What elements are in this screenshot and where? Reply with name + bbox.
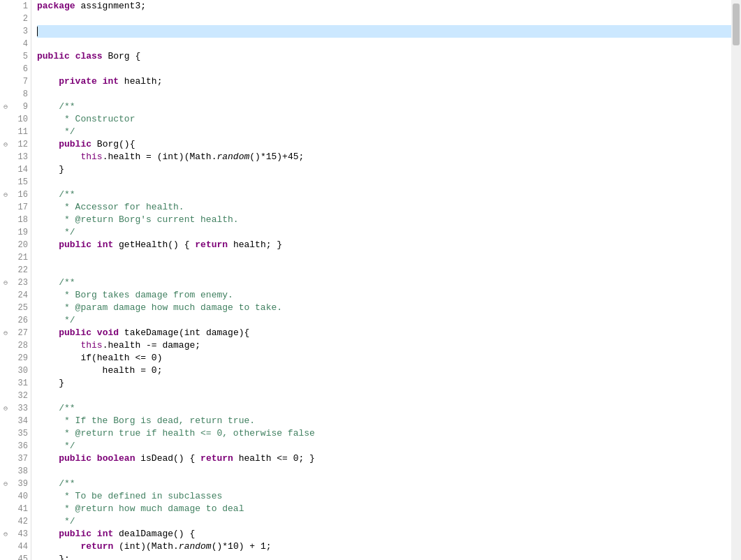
token: void <box>97 327 119 339</box>
line-number-3: 3 <box>0 25 31 38</box>
code-line-13: this.health = (int)(Math.random()*15)+45… <box>37 151 731 163</box>
code-line-23: /** <box>37 277 731 289</box>
code-line-5: public class Borg { <box>37 50 731 63</box>
token <box>37 339 80 352</box>
fold-icon-39[interactable]: ⊖ <box>1 480 10 488</box>
line-num-text-7: 7 <box>23 77 28 87</box>
line-num-text-19: 19 <box>18 228 28 237</box>
token <box>37 503 64 515</box>
token <box>37 289 64 302</box>
line-number-26: 26 <box>0 314 31 327</box>
code-line-1: package assignment3; <box>37 0 731 13</box>
scrollbar-thumb[interactable] <box>733 3 740 45</box>
code-line-10: * Constructor <box>37 113 731 126</box>
fold-icon-43[interactable]: ⊖ <box>1 530 10 538</box>
line-number-40: 40 <box>0 490 31 503</box>
code-line-37: public boolean isDead() { return health … <box>37 452 731 465</box>
token: return <box>200 452 233 465</box>
code-line-40: * To be defined in subclasses <box>37 490 731 503</box>
code-line-18: * @return Borg's current health. <box>37 214 731 226</box>
line-num-text-42: 42 <box>18 517 28 526</box>
line-number-30: 30 <box>0 364 31 377</box>
code-line-8 <box>37 88 731 101</box>
token: ()*10) + 1; <box>212 540 272 553</box>
line-num-text-21: 21 <box>18 253 28 263</box>
token: * To be defined in subclasses <box>64 490 222 503</box>
line-number-24: 24 <box>0 289 31 302</box>
token: */ <box>64 226 75 239</box>
line-number-1: 1 <box>0 0 31 13</box>
fold-icon-23[interactable]: ⊖ <box>1 279 10 287</box>
token <box>37 415 64 427</box>
code-line-11: */ <box>37 126 731 138</box>
token: */ <box>64 515 75 528</box>
token <box>37 151 80 163</box>
line-number-41: 41 <box>0 503 31 515</box>
line-number-42: 42 <box>0 515 31 528</box>
line-num-text-18: 18 <box>18 215 28 225</box>
fold-icon-27[interactable]: ⊖ <box>1 329 10 337</box>
code-line-14: } <box>37 163 731 176</box>
code-line-42: */ <box>37 515 731 528</box>
line-num-text-14: 14 <box>18 165 28 175</box>
token: assignment3; <box>75 0 146 13</box>
token: * Borg takes damage from enemy. <box>64 289 233 302</box>
line-num-text-16: 16 <box>18 190 28 200</box>
code-line-21 <box>37 251 731 264</box>
line-number-37: 37 <box>0 452 31 465</box>
line-num-text-26: 26 <box>18 316 28 325</box>
line-num-text-36: 36 <box>18 441 28 451</box>
line-number-16: ⊖16 <box>0 189 31 201</box>
token <box>37 515 64 528</box>
token <box>37 528 59 540</box>
token <box>37 327 59 339</box>
token: public <box>37 50 70 63</box>
line-num-text-25: 25 <box>18 303 28 313</box>
line-num-text-29: 29 <box>18 353 28 363</box>
fold-icon-33[interactable]: ⊖ <box>1 404 10 413</box>
line-number-27: ⊖27 <box>0 327 31 339</box>
code-content[interactable]: package assignment3; public class Borg {… <box>31 0 731 560</box>
line-num-text-23: 23 <box>18 278 28 288</box>
token: package <box>37 0 75 13</box>
token <box>37 490 64 503</box>
token <box>37 126 64 138</box>
fold-icon-12[interactable]: ⊖ <box>1 140 10 149</box>
token: int <box>103 75 119 88</box>
token: */ <box>64 126 75 138</box>
code-line-28: this.health -= damage; <box>37 339 731 352</box>
token: getHealth() { <box>113 239 195 251</box>
code-line-15 <box>37 176 731 189</box>
code-line-20: public int getHealth() { return health; … <box>37 239 731 251</box>
token: private <box>59 75 97 88</box>
token: this <box>80 151 102 163</box>
code-line-44: return (int)(Math.random()*10) + 1; <box>37 540 731 553</box>
line-num-text-27: 27 <box>18 328 28 338</box>
token <box>37 201 64 214</box>
line-number-18: 18 <box>0 214 31 226</box>
line-number-8: 8 <box>0 88 31 101</box>
line-number-43: ⊖43 <box>0 528 31 540</box>
line-number-29: 29 <box>0 352 31 364</box>
token <box>37 452 59 465</box>
line-number-6: 6 <box>0 63 31 75</box>
code-line-27: public void takeDamage(int damage){ <box>37 327 731 339</box>
token: this <box>80 339 102 352</box>
token: return <box>80 540 113 553</box>
line-num-text-3: 3 <box>23 27 28 36</box>
line-number-4: 4 <box>0 38 31 50</box>
line-num-text-31: 31 <box>18 378 28 388</box>
code-line-32 <box>37 390 731 402</box>
token: * @return how much damage to deal <box>64 503 244 515</box>
fold-icon-9[interactable]: ⊖ <box>1 103 10 111</box>
vertical-scrollbar[interactable] <box>731 0 741 560</box>
token <box>37 101 59 113</box>
line-num-text-9: 9 <box>23 102 28 112</box>
line-num-text-44: 44 <box>18 542 28 552</box>
line-num-text-15: 15 <box>18 177 28 187</box>
fold-icon-16[interactable]: ⊖ <box>1 191 10 199</box>
token: /** <box>59 277 75 289</box>
code-line-41: * @return how much damage to deal <box>37 503 731 515</box>
code-line-38 <box>37 465 731 478</box>
token: health; } <box>228 239 282 251</box>
